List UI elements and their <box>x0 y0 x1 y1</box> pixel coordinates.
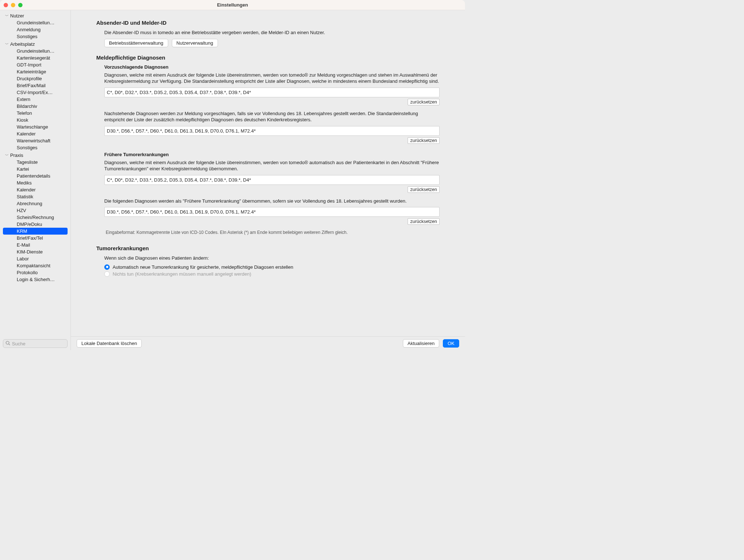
radio-option-nothing[interactable]: Nichts tun (Krebserkrankungen müssen man… <box>104 271 440 277</box>
reset-suggested-codes-button[interactable]: zurücksetzen <box>408 99 440 105</box>
sidebar-group-label: Praxis <box>10 153 23 158</box>
sidebar-item[interactable]: Telefon <box>0 110 70 117</box>
tumor-intro: Wenn sich die Diagnosen eines Patienten … <box>104 255 440 261</box>
sidebar-item[interactable]: Statistik <box>0 193 70 200</box>
sidebar-item[interactable]: CSV-Import/Ex… <box>0 89 70 96</box>
ok-button[interactable]: OK <box>443 339 459 348</box>
prior-desc-2: Die folgenden Diagnosen werden als "Früh… <box>104 198 440 204</box>
sidebar-group-header[interactable]: ﹀Nutzer <box>0 12 70 19</box>
sidebar-item[interactable]: Karteieinträge <box>0 68 70 75</box>
suggested-desc-2: Nachstehende Diagnosen werden zur Meldun… <box>104 110 440 123</box>
sidebar-item[interactable]: Kartei <box>0 166 70 173</box>
sidebar-item[interactable]: Bildarchiv <box>0 103 70 110</box>
sidebar-item[interactable]: Kalender <box>0 186 70 193</box>
sidebar-item[interactable]: Mediks <box>0 179 70 186</box>
sidebar-item[interactable]: Brief/Fax/Mail <box>0 82 70 89</box>
section-title-sender: Absender-ID und Melder-ID <box>96 20 440 26</box>
sidebar-item[interactable]: KRM <box>3 228 68 235</box>
titlebar: Einstellungen <box>0 0 465 10</box>
sidebar: ﹀NutzerGrundeinstellun…AnmeldungSonstige… <box>0 10 71 350</box>
sidebar-item[interactable]: Kalender <box>0 130 70 137</box>
sidebar-item[interactable]: Warenwirtschaft <box>0 137 70 144</box>
reset-prior-u18-button[interactable]: zurücksetzen <box>408 218 440 225</box>
window-title: Einstellungen <box>0 2 465 8</box>
reset-suggested-u18-button[interactable]: zurücksetzen <box>408 137 440 144</box>
sidebar-item[interactable]: Grundeinstellun… <box>0 19 70 26</box>
radio-label: Nichts tun (Krebserkrankungen müssen man… <box>113 271 251 277</box>
prior-u18-codes-field[interactable] <box>104 207 440 217</box>
sidebar-group: ﹀PraxisTageslisteKarteiPatientendetailsM… <box>0 152 70 283</box>
window-body: ﹀NutzerGrundeinstellun…AnmeldungSonstige… <box>0 10 465 350</box>
sidebar-item[interactable]: GDT-Import <box>0 61 70 68</box>
delete-local-db-button[interactable]: Lokale Datenbank löschen <box>77 339 142 348</box>
section-title-tumor: Tumorerkrankungen <box>96 245 440 251</box>
sidebar-item[interactable]: Labor <box>0 255 70 262</box>
sidebar-item[interactable]: Extern <box>0 96 70 103</box>
sidebar-item[interactable]: Druckprofile <box>0 75 70 82</box>
sidebar-item[interactable]: Kartenlesegerät <box>0 54 70 61</box>
section-title-reportable: Meldepflichtige Diagnosen <box>96 54 440 61</box>
sidebar-item[interactable]: DMP/eDoku <box>0 221 70 228</box>
suggested-codes-field[interactable] <box>104 88 440 97</box>
sidebar-item[interactable]: Kompaktansicht <box>0 262 70 269</box>
sidebar-item[interactable]: Login & Sicherh… <box>0 276 70 283</box>
chevron-down-icon: ﹀ <box>5 154 9 157</box>
sidebar-item[interactable]: Brief/Fax/Tel <box>0 235 70 242</box>
sidebar-search[interactable] <box>3 339 68 348</box>
reset-prior-codes-button[interactable]: zurücksetzen <box>408 186 440 193</box>
sidebar-item[interactable]: Warteschlange <box>0 123 70 130</box>
subsection-prior-title: Frühere Tumorerkrankungen <box>104 152 440 157</box>
subsection-suggested-title: Vorzuschlagende Diagnosen <box>104 64 440 70</box>
manage-sites-button[interactable]: Betriebsstättenverwaltung <box>104 39 168 47</box>
settings-window: Einstellungen ﹀NutzerGrundeinstellun…Anm… <box>0 0 465 350</box>
sidebar-item[interactable]: Patientendetails <box>0 173 70 179</box>
sidebar-item[interactable]: Schein/Rechnung <box>0 214 70 221</box>
sidebar-group: ﹀NutzerGrundeinstellun…AnmeldungSonstige… <box>0 12 70 40</box>
manage-users-button[interactable]: Nutzerverwaltung <box>172 39 218 47</box>
sender-desc: Die Absender-ID muss in tomedo an eine B… <box>104 29 440 36</box>
sidebar-group-header[interactable]: ﹀Praxis <box>0 152 70 159</box>
search-input[interactable] <box>12 341 71 346</box>
sidebar-group-header[interactable]: ﹀Arbeitsplatz <box>0 41 70 48</box>
radio-icon <box>104 264 110 270</box>
input-format-hint: Eingabeformat: Kommagetrennte Liste von … <box>104 230 440 235</box>
radio-icon <box>104 271 110 277</box>
sidebar-item[interactable]: Grundeinstellun… <box>0 48 70 54</box>
prior-desc-1: Diagnosen, welche mit einem Ausdruck der… <box>104 159 440 172</box>
sidebar-item[interactable]: Anmeldung <box>0 26 70 33</box>
prior-codes-field[interactable] <box>104 175 440 185</box>
sidebar-item[interactable]: Tagesliste <box>0 159 70 166</box>
suggested-u18-codes-field[interactable] <box>104 126 440 136</box>
chevron-down-icon: ﹀ <box>5 42 9 46</box>
sidebar-group: ﹀ArbeitsplatzGrundeinstellun…Kartenleseg… <box>0 41 70 151</box>
chevron-down-icon: ﹀ <box>5 14 9 18</box>
radio-option-auto[interactable]: Automatisch neue Tumorerkrankung für ges… <box>104 264 440 270</box>
sidebar-item[interactable]: Protokollo <box>0 269 70 276</box>
suggested-desc-1: Diagnosen, welche mit einem Ausdruck der… <box>104 72 440 85</box>
sidebar-group-label: Nutzer <box>10 13 24 19</box>
footer-bar: Lokale Datenbank löschen Aktualisieren O… <box>71 336 465 350</box>
main-panel: Absender-ID und Melder-ID Die Absender-I… <box>71 10 465 350</box>
refresh-button[interactable]: Aktualisieren <box>403 339 439 348</box>
sidebar-item[interactable]: Abrechnung <box>0 200 70 207</box>
content-scroll[interactable]: Absender-ID und Melder-ID Die Absender-I… <box>71 10 465 336</box>
sidebar-search-wrap <box>0 337 70 350</box>
sidebar-item[interactable]: Sonstiges <box>0 33 70 40</box>
sidebar-item[interactable]: Kiosk <box>0 117 70 123</box>
sidebar-tree[interactable]: ﹀NutzerGrundeinstellun…AnmeldungSonstige… <box>0 10 70 337</box>
sidebar-item[interactable]: Sonstiges <box>0 144 70 151</box>
sidebar-item[interactable]: E-Mail <box>0 242 70 248</box>
radio-label: Automatisch neue Tumorerkrankung für ges… <box>113 264 293 270</box>
sidebar-group-label: Arbeitsplatz <box>10 41 35 47</box>
sidebar-item[interactable]: KIM-Dienste <box>0 248 70 255</box>
search-icon <box>5 341 12 347</box>
sidebar-item[interactable]: HZV <box>0 207 70 214</box>
